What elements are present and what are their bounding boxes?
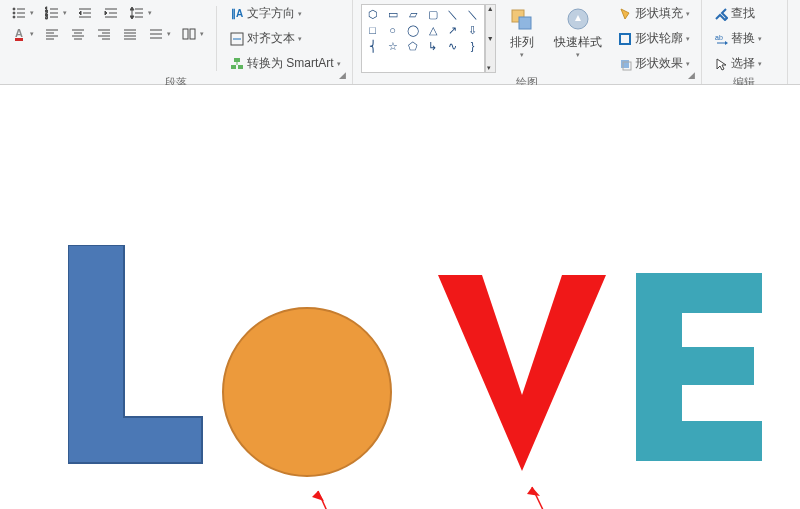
shape-letter-E[interactable] xyxy=(636,273,766,463)
svg-marker-24 xyxy=(130,7,134,10)
chevron-down-icon: ▾ xyxy=(167,30,171,38)
shape-letter-V[interactable] xyxy=(432,275,612,475)
bullets-button[interactable]: ▾ xyxy=(8,4,37,22)
decrease-indent-icon xyxy=(77,5,93,21)
shape-effects-label: 形状效果 xyxy=(635,55,683,72)
shape-bracket-icon[interactable]: } xyxy=(464,39,482,53)
shape-effects-button[interactable]: 形状效果▾ xyxy=(614,54,693,73)
increase-indent-button[interactable] xyxy=(100,4,122,22)
scroll-more-icon[interactable]: ▾ xyxy=(486,64,495,72)
shape-line2-icon[interactable]: ＼ xyxy=(464,7,482,21)
align-text-button[interactable]: 对齐文本▾ xyxy=(226,29,344,48)
distribute-button[interactable]: ▾ xyxy=(145,25,174,43)
svg-marker-65 xyxy=(527,487,540,496)
chevron-down-icon: ▾ xyxy=(576,51,580,59)
shape-rect-icon[interactable]: ▭ xyxy=(384,7,402,21)
editing-col: 查找 ab 替换▾ 选择▾ xyxy=(710,4,765,73)
scroll-up-icon[interactable]: ▲ xyxy=(486,5,495,12)
group-paragraph: ▾ 123 ▾ xyxy=(0,0,353,84)
chevron-down-icon: ▾ xyxy=(148,9,152,17)
shape-oval-icon[interactable]: ◯ xyxy=(404,23,422,37)
select-button[interactable]: 选择▾ xyxy=(710,54,765,73)
increase-indent-icon xyxy=(103,5,119,21)
ribbon: ▾ 123 ▾ xyxy=(0,0,800,85)
svg-marker-19 xyxy=(105,11,107,15)
shape-star-icon[interactable]: ☆ xyxy=(384,39,402,53)
annotation-arrow-1 xyxy=(300,483,380,509)
shapes-gallery[interactable]: ⬡ ▭ ▱ ▢ ＼ ＼ □ ○ ◯ △ ↗ ⇩ ⎨ ☆ ⬠ ↳ ∿ xyxy=(361,4,485,73)
select-label: 选择 xyxy=(731,55,755,72)
chevron-down-icon: ▾ xyxy=(298,10,302,18)
chevron-down-icon: ▾ xyxy=(686,35,690,43)
replace-button[interactable]: ab 替换▾ xyxy=(710,29,765,48)
svg-marker-61 xyxy=(725,41,728,45)
quick-styles-button[interactable]: 快速样式 ▾ xyxy=(548,4,608,73)
columns-button[interactable]: ▾ xyxy=(178,25,207,43)
paragraph-dialog-launcher[interactable]: ◢ xyxy=(336,68,350,82)
shape-curve-icon[interactable]: ∿ xyxy=(444,39,462,53)
arrange-button[interactable]: 排列 ▾ xyxy=(502,4,542,73)
shape-outline-icon xyxy=(617,31,633,47)
slide-canvas[interactable] xyxy=(0,85,800,509)
chevron-down-icon: ▾ xyxy=(200,30,204,38)
numbering-button[interactable]: 123 ▾ xyxy=(41,4,70,22)
chevron-down-icon: ▾ xyxy=(63,9,67,17)
shape-fill-button[interactable]: 形状填充▾ xyxy=(614,4,693,23)
text-direction-label: 文字方向 xyxy=(247,5,295,22)
shape-triangle-icon[interactable]: △ xyxy=(424,23,442,37)
shape-brace-icon[interactable]: ⎨ xyxy=(364,39,382,53)
svg-rect-55 xyxy=(519,17,531,29)
svg-text:‖A: ‖A xyxy=(231,8,243,20)
chevron-down-icon: ▾ xyxy=(758,35,762,43)
annotation-arrow-2 xyxy=(520,481,600,509)
find-button[interactable]: 查找 xyxy=(710,4,765,23)
shape-letter-O[interactable] xyxy=(222,307,392,477)
numbering-icon: 123 xyxy=(44,5,60,21)
shape-pentagon-icon[interactable]: ⬠ xyxy=(404,39,422,53)
chevron-down-icon: ▾ xyxy=(337,60,341,68)
svg-rect-50 xyxy=(234,58,240,62)
shape-downarrow-icon[interactable]: ⇩ xyxy=(464,23,482,37)
quick-styles-icon xyxy=(564,6,592,34)
shape-arrow-icon[interactable]: ↗ xyxy=(444,23,462,37)
shape-roundrect-icon[interactable]: ▢ xyxy=(424,7,442,21)
decrease-indent-button[interactable] xyxy=(74,4,96,22)
svg-point-0 xyxy=(13,8,15,10)
distribute-icon xyxy=(148,26,164,42)
shapes-gallery-scroll[interactable]: ▲ ▼ ▾ xyxy=(485,4,496,73)
paragraph-buttons-col1: ▾ 123 ▾ xyxy=(8,4,207,73)
convert-smartart-button[interactable]: 转换为 SmartArt▾ xyxy=(226,54,344,73)
shape-fill-icon xyxy=(617,6,633,22)
shape-circle-icon[interactable]: ○ xyxy=(384,23,402,37)
line-spacing-button[interactable]: ▾ xyxy=(126,4,155,22)
svg-line-64 xyxy=(532,487,582,509)
shape-outline-button[interactable]: 形状轮廓▾ xyxy=(614,29,693,48)
shape-line-icon[interactable]: ＼ xyxy=(444,7,462,21)
line-spacing-icon xyxy=(129,5,145,21)
shape-line-poly-icon[interactable]: ⬡ xyxy=(364,7,382,21)
svg-rect-57 xyxy=(620,34,630,44)
bullets-icon xyxy=(11,5,27,21)
align-left-button[interactable] xyxy=(41,25,63,43)
font-color-button[interactable]: A▾ xyxy=(8,25,37,43)
align-justify-button[interactable] xyxy=(119,25,141,43)
shape-letter-L[interactable] xyxy=(68,245,208,465)
align-text-icon xyxy=(229,31,245,47)
align-right-button[interactable] xyxy=(93,25,115,43)
find-label: 查找 xyxy=(731,5,755,22)
drawing-dialog-launcher[interactable]: ◢ xyxy=(685,68,699,82)
font-color-icon: A xyxy=(11,26,27,42)
scroll-down-icon[interactable]: ▼ xyxy=(486,35,495,42)
shape-outline-label: 形状轮廓 xyxy=(635,30,683,47)
paragraph-buttons-col2: ‖A 文字方向▾ 对齐文本▾ 转换为 SmartArt▾ xyxy=(226,4,344,73)
shape-square-icon[interactable]: □ xyxy=(364,23,382,37)
convert-smartart-label: 转换为 SmartArt xyxy=(247,55,334,72)
align-center-button[interactable] xyxy=(67,25,89,43)
svg-text:3: 3 xyxy=(45,14,48,20)
quick-styles-label: 快速样式 xyxy=(554,34,602,51)
shape-folder-icon[interactable]: ▱ xyxy=(404,7,422,21)
arrange-label: 排列 xyxy=(510,34,534,51)
text-direction-button[interactable]: ‖A 文字方向▾ xyxy=(226,4,344,23)
shape-connector-icon[interactable]: ↳ xyxy=(424,39,442,53)
svg-rect-45 xyxy=(183,29,188,39)
